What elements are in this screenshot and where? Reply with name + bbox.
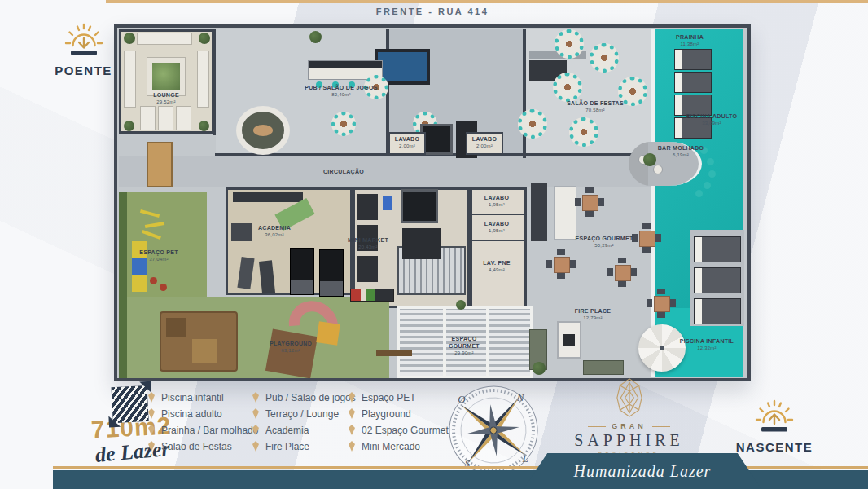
orientation-west: POENTE [45,21,122,77]
swing-set [376,350,412,356]
fireplace-hearth [563,334,575,346]
gem-bullet-icon [349,392,355,403]
play-platform [192,339,217,363]
room-label-lavabo: LAVABO2,00m² [395,136,419,149]
legend-item: Prainha / Bar molhado [148,424,258,436]
pet-toy [150,277,157,284]
legend-item: Espaço PET [349,391,449,403]
east-label: NASCENTE [730,440,819,454]
compass-east: L [521,452,528,465]
top-gold-strip [106,0,868,3]
patio-umbrella [638,324,686,372]
gem-bullet-icon [252,441,259,452]
room-label-pub: PUB / SALÃO DE JOGOS82,40m² [305,85,378,98]
gem-bullet-icon [349,441,355,452]
shopping-cart [383,196,392,210]
gem-bullet-icon [252,425,259,435]
room-label-adult-pool: PISCINA ADULTO33,89m² [686,113,738,126]
hedge [119,192,127,380]
bush [309,31,322,43]
round-table [590,43,619,73]
room-label-lavabo: LAVABO1,95m² [484,195,509,208]
logo-name: SAPPHIRE [562,431,696,450]
oval-dining-table [236,106,290,155]
armchair [653,165,663,174]
bush [199,33,210,44]
round-table [555,29,584,59]
gem-bullet-icon [148,441,155,452]
appliance-counter [531,183,547,241]
elevator-core [402,228,441,259]
room-label-lounge: LOUNGE29,52m² [153,92,179,105]
bush [456,300,466,310]
orientation-east: NASCENTE [730,398,819,454]
sun-lounger [674,72,712,93]
sofa [197,51,209,108]
campaign-banner: Humanizada Lazer [524,453,761,489]
west-label: POENTE [45,64,122,77]
legend-item: Terraço / Lounge [252,408,356,420]
weight-rack [233,192,303,202]
gem-bullet-icon [148,408,155,419]
market-shelf [357,256,378,282]
pool-stool [695,190,703,197]
compass-north: N [516,391,525,403]
wall [470,240,527,241]
round-table [553,73,582,102]
wall [523,29,526,158]
square-table [546,249,576,279]
treadmill [290,248,314,295]
round-table [331,112,356,136]
room-label-fireplace: FIRE PLACE12,79m² [575,308,612,321]
room-label-circulation: CIRCULAÇÃO [323,169,364,176]
kiosk [147,142,173,187]
wall [213,29,216,135]
area-hatch-icon [112,385,149,423]
legend-item: Fire Place [252,440,356,452]
lounge-chair [140,106,156,130]
room-label-gourmet: ESPAÇO GOURMET50,29m² [576,236,633,249]
round-table [518,109,547,139]
room-label-pet: ESPAÇO PET37,04m² [139,249,178,262]
pool-stool [707,158,714,165]
room-label-lav-pne: LAV. PNE4,49m² [483,260,511,273]
sofa [137,33,192,45]
sunset-icon [61,21,107,59]
gem-bullet-icon [148,392,155,403]
gem-bullet-icon [349,425,355,435]
logo-top: GRAN [612,422,647,430]
room-label-party-hall: SALÃO DE FESTAS70,58m² [567,100,624,113]
legend-item: Salão de Festas [148,440,258,452]
pool-stool [708,170,716,178]
square-table [632,223,661,253]
sunrise-icon [752,398,797,435]
legend-column-3: Espaço PET Playground 02 Espaço Gourmet … [349,391,449,452]
gem-bullet-icon [349,408,355,419]
outdoor-sofa [583,360,624,375]
room-label-lavabo: LAVABO2,00m² [472,136,497,149]
legend-item: Piscina adulto [148,408,258,420]
legend-column-1: Piscina infantil Piscina adulto Prainha … [148,391,258,452]
legend-column-2: Pub / Salão de jogos Terraço / Lounge Ac… [252,391,356,452]
bush [533,362,546,375]
gem-bullet-icon [148,425,155,435]
play-platform [316,321,340,345]
circulation-corridor [119,156,653,187]
room-label-gym: ACADEMIA36,02m² [258,225,291,238]
legend-item: Piscina infantil [148,391,258,403]
poster: FRENTE - RUA 414 POENTE [0,0,868,489]
front-street-label: FRENTE - RUA 414 [114,7,751,16]
gem-bullet-icon [252,392,259,403]
room-label-mini-market: MINI MARKET20,43m² [348,237,388,250]
room-label-kids-pool: PISCINA INFANTIL12,32m² [680,338,734,351]
sun-lounger [694,298,741,324]
pool-coping [651,29,655,377]
elevator-core [401,189,438,223]
floor-plan: LOUNGE29,52m² PUB / SALÃO DE JOGOS82,40m… [114,24,751,381]
round-table [569,117,598,147]
gem-bullet-icon [252,408,259,419]
bush [124,121,134,131]
legend-item: Academia [252,424,356,436]
legend-item: 02 Espaço Gourmet [349,424,449,436]
square-table [607,258,637,287]
